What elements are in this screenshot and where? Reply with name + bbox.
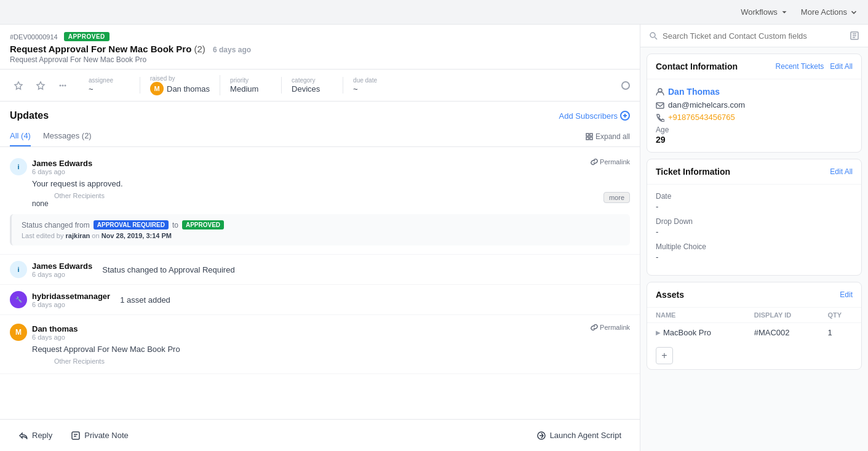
workflows-label: Workflows xyxy=(741,7,778,17)
reply-button[interactable]: Reply xyxy=(10,426,61,445)
contact-info-title: Contact Information xyxy=(656,62,738,71)
contact-info-card: Contact Information Recent Tickets Edit … xyxy=(647,54,862,153)
permalink-1[interactable]: Permalink xyxy=(591,158,630,166)
svg-marker-0 xyxy=(15,82,22,89)
permalink-4[interactable]: Permalink xyxy=(591,324,630,331)
other-recipients-label-4: Other Recipients xyxy=(54,357,630,365)
contact-name[interactable]: Dan Thomas xyxy=(668,87,720,97)
ticket-id: #DEV00000914 xyxy=(10,33,58,41)
workflows-button[interactable]: Workflows xyxy=(741,7,789,17)
top-bar: Workflows More Actions xyxy=(0,0,868,25)
raised-by-field: raised by M Dan thomas xyxy=(140,75,220,95)
due-date-label: due date xyxy=(353,77,611,84)
avatar-dan: M xyxy=(10,324,27,341)
svg-marker-1 xyxy=(37,82,44,89)
tab-all[interactable]: All (4) xyxy=(10,126,31,146)
ticket-time: 6 days ago xyxy=(213,46,251,54)
status-to-badge: APPROVED xyxy=(182,220,224,229)
star-icon-btn[interactable] xyxy=(10,77,27,94)
reply-icon xyxy=(18,431,28,441)
update-item-1: i James Edwards 6 days ago Permalink You… xyxy=(0,150,640,255)
expand-icon xyxy=(586,133,593,140)
time-dan: 6 days ago xyxy=(32,333,78,341)
status-changed-from-text: Status changed from xyxy=(22,221,90,229)
add-subscribers-button[interactable]: Add Subscribers xyxy=(559,111,630,121)
more-button-1[interactable]: more xyxy=(603,192,630,203)
assets-table: NAME DISPLAY ID QTY ▶ MacBook Pro #M xyxy=(647,308,861,342)
add-subscribers-label: Add Subscribers xyxy=(559,111,618,121)
ticket-info-body: Date - Drop Down - Multiple Choice - xyxy=(647,185,861,275)
svg-point-3 xyxy=(62,84,64,86)
svg-rect-12 xyxy=(72,432,79,439)
launch-agent-label: Launch Agent Script xyxy=(550,431,621,440)
person-icon xyxy=(656,87,664,96)
assets-title: Assets xyxy=(656,290,684,300)
private-note-button[interactable]: Private Note xyxy=(62,426,137,445)
raised-by-label: raised by xyxy=(150,75,210,82)
ticket-title-text: Request Approval For New Mac Book Pro xyxy=(10,44,191,54)
left-panel: #DEV00000914 APPROVED Request Approval F… xyxy=(0,25,640,451)
tab-messages[interactable]: Messages (2) xyxy=(43,126,92,146)
multiple-choice-value: - xyxy=(656,252,853,261)
update-body-1: Your request is approved. xyxy=(32,179,630,188)
time-james-1: 6 days ago xyxy=(32,168,92,175)
more-actions-label: More Actions xyxy=(801,7,847,17)
priority-label: priority xyxy=(230,77,271,84)
private-note-label: Private Note xyxy=(84,431,129,440)
status-changed-text: Status changed to Approval Required xyxy=(102,265,234,274)
svg-rect-9 xyxy=(590,134,592,136)
dropdown-label: Drop Down xyxy=(656,217,853,226)
ticket-count: (2) xyxy=(194,44,205,54)
category-field: category Devices xyxy=(282,77,343,94)
asset-display-id-1: #MAC002 xyxy=(746,323,819,343)
recent-tickets-link[interactable]: Recent Tickets xyxy=(776,62,824,71)
avatar-james-2: i xyxy=(10,261,27,278)
author-dan: Dan thomas xyxy=(32,324,78,333)
author-james-2: James Edwards xyxy=(32,261,92,271)
reply-label: Reply xyxy=(32,431,52,440)
edited-by-text: Last edited by rajkiran on Nov 28, 2019,… xyxy=(22,232,620,239)
filter-icon[interactable] xyxy=(850,31,859,41)
private-note-icon xyxy=(71,431,81,441)
col-qty: QTY xyxy=(819,308,862,323)
svg-line-17 xyxy=(655,38,658,40)
search-input[interactable] xyxy=(663,31,845,41)
search-bar xyxy=(640,25,868,47)
asset-chevron: ▶ xyxy=(656,329,661,336)
ticket-info-card: Ticket Information Edit All Date - Drop … xyxy=(647,159,862,276)
link-icon-1 xyxy=(591,158,598,166)
launch-agent-button[interactable]: Launch Agent Script xyxy=(528,426,630,445)
add-asset-button[interactable]: + xyxy=(656,347,673,364)
ticket-title: Request Approval For New Mac Book Pro (2… xyxy=(10,44,251,54)
priority-field: priority Medium xyxy=(220,77,282,94)
contact-info-header: Contact Information Recent Tickets Edit … xyxy=(647,54,861,79)
email-icon xyxy=(656,101,664,110)
col-display-id: DISPLAY ID xyxy=(746,308,819,323)
other-recipients-value-1: none xyxy=(32,199,105,208)
svg-rect-23 xyxy=(656,103,664,108)
assignee-label: assignee xyxy=(89,77,130,84)
link-icon-4 xyxy=(591,324,598,331)
assets-edit[interactable]: Edit xyxy=(840,290,853,299)
contact-email: dan@michelcars.com xyxy=(668,100,745,110)
age-label: Age xyxy=(656,126,853,134)
bookmark-icon-btn[interactable] xyxy=(32,77,49,94)
expand-all-button[interactable]: Expand all xyxy=(586,127,630,146)
more-icon-btn[interactable] xyxy=(54,77,71,94)
bottom-bar: Reply Private Note Launch Agent Script xyxy=(0,419,640,451)
update-item-2: i James Edwards 6 days ago Status change… xyxy=(0,255,640,285)
priority-value: Medium xyxy=(230,84,271,94)
svg-rect-10 xyxy=(586,137,589,140)
ticket-edit-all[interactable]: Edit All xyxy=(830,167,853,176)
chevron-down-icon-2 xyxy=(850,8,858,17)
contact-edit-all[interactable]: Edit All xyxy=(830,62,853,71)
ticket-info-header: Ticket Information Edit All xyxy=(647,159,861,185)
status-circle xyxy=(621,81,630,90)
search-icon xyxy=(649,31,658,40)
time-james-2: 6 days ago xyxy=(32,271,92,278)
assets-card: Assets Edit NAME DISPLAY ID QTY ▶ xyxy=(647,282,862,370)
other-recipients-label-1: Other Recipients xyxy=(54,192,105,199)
ticket-subtitle: Request Approval For New Mac Book Pro xyxy=(10,55,630,64)
more-actions-button[interactable]: More Actions xyxy=(801,7,858,17)
svg-point-2 xyxy=(60,84,62,86)
